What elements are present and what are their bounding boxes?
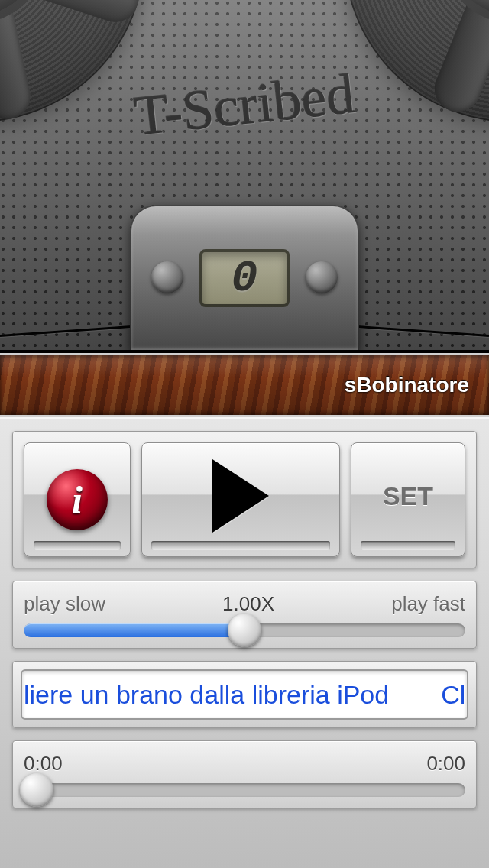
wood-trim: sBobinatore bbox=[0, 353, 489, 417]
screw-icon bbox=[151, 261, 183, 293]
playback-slider[interactable] bbox=[24, 783, 465, 797]
screw-icon bbox=[306, 261, 338, 293]
time-section: 0:00 0:00 bbox=[12, 740, 477, 808]
control-panel: i SET play slow 1.00X play fast liere un… bbox=[0, 417, 489, 868]
time-current-label: 0:00 bbox=[24, 752, 63, 776]
speed-section: play slow 1.00X play fast bbox=[12, 581, 477, 649]
time-total-label: 0:00 bbox=[426, 752, 465, 776]
play-slow-label: play slow bbox=[24, 592, 105, 616]
main-button-row: i SET bbox=[12, 431, 477, 568]
play-fast-label: play fast bbox=[391, 592, 465, 616]
brand-script-logo: T-Scribed bbox=[131, 61, 358, 149]
set-button-label: SET bbox=[383, 481, 433, 511]
tape-counter-display: 0 bbox=[199, 249, 290, 307]
info-button[interactable]: i bbox=[24, 442, 131, 557]
reel-right bbox=[344, 0, 489, 122]
speed-slider[interactable] bbox=[24, 623, 465, 637]
speed-slider-thumb[interactable] bbox=[228, 614, 261, 647]
track-marquee-section: liere un brano dalla libreria iPod Clic bbox=[12, 661, 477, 728]
track-select-marquee[interactable]: liere un brano dalla libreria iPod Clic bbox=[21, 669, 468, 720]
tape-line-left bbox=[0, 326, 134, 337]
set-button[interactable]: SET bbox=[351, 442, 465, 557]
tape-deck: T-Scribed 0 bbox=[0, 0, 489, 353]
tape-line-right bbox=[355, 326, 489, 337]
info-icon: i bbox=[47, 469, 108, 530]
speed-value-label: 1.00X bbox=[222, 592, 274, 616]
reel-left bbox=[0, 0, 145, 122]
play-icon bbox=[212, 459, 269, 533]
play-button[interactable] bbox=[141, 442, 340, 557]
counter-housing: 0 bbox=[130, 205, 359, 350]
playback-slider-thumb[interactable] bbox=[20, 773, 53, 807]
app-name-label: sBobinatore bbox=[345, 373, 469, 397]
